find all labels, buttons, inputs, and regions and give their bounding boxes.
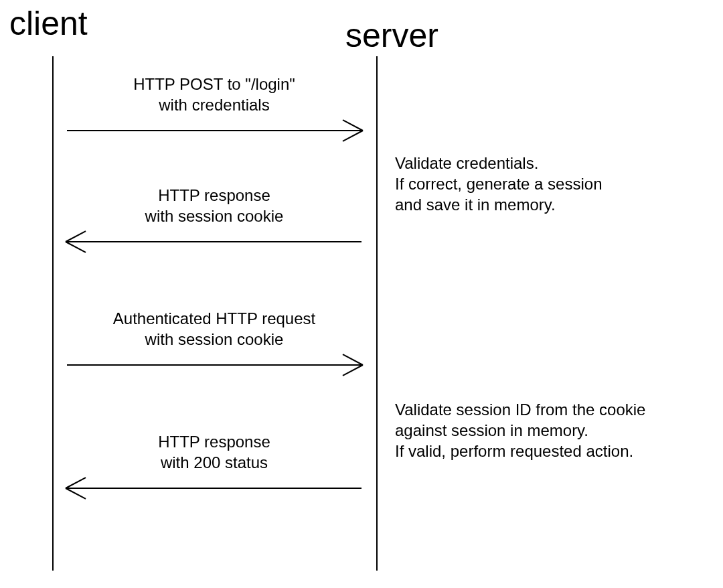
server-note-2: Validate session ID from the cookie agai… (395, 399, 645, 462)
server-note-1: Validate credentials. If correct, genera… (395, 153, 602, 216)
message-4-label: HTTP response with 200 status (54, 431, 375, 473)
message-2-arrow (67, 241, 362, 242)
message-2-label: HTTP response with session cookie (54, 185, 375, 226)
sequence-diagram: client server HTTP POST to "/login" with… (0, 0, 723, 588)
message-4-arrow (67, 488, 362, 489)
participant-client-label: client (9, 4, 88, 43)
server-lifeline (376, 56, 378, 571)
message-1-label: HTTP POST to "/login" with credentials (54, 74, 375, 115)
message-3-label: Authenticated HTTP request with session … (54, 308, 375, 350)
message-1-arrow (67, 130, 362, 131)
participant-server-label: server (345, 16, 438, 55)
message-3-arrow (67, 364, 362, 366)
